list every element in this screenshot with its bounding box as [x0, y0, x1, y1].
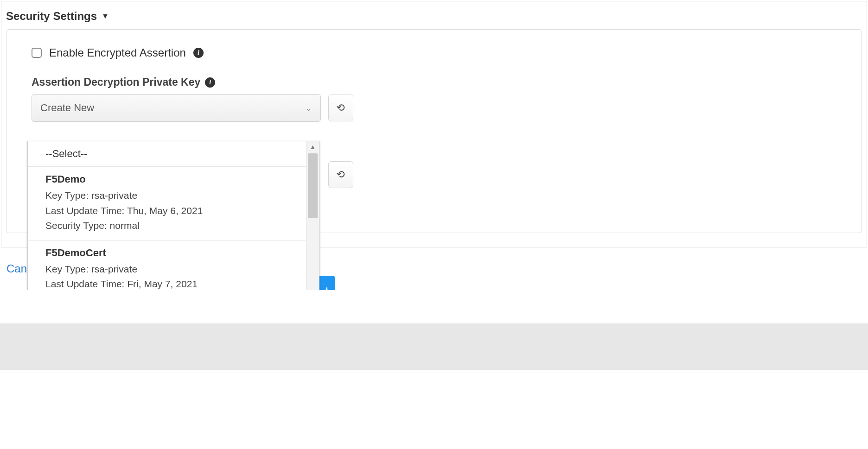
assertion-key-select-row: Create New ⌄ ⟳: [32, 94, 836, 122]
meta-value: rsa-private: [91, 264, 137, 274]
dropdown-option-meta: Key Type: rsa-private Last Update Time: …: [45, 262, 301, 290]
enable-encrypted-assertion-label: Enable Encrypted Assertion: [49, 46, 186, 59]
meta-value: Fri, May 7, 2021: [127, 278, 198, 289]
refresh-button[interactable]: ⟳: [328, 161, 353, 188]
meta-value: normal: [110, 220, 140, 231]
enable-encrypted-assertion-checkbox[interactable]: [32, 48, 42, 58]
meta-label: Key Type:: [45, 190, 89, 201]
assertion-key-label-row: Assertion Decryption Private Key i: [32, 76, 836, 89]
refresh-button[interactable]: ⟳: [328, 95, 353, 121]
section-header[interactable]: Security Settings ▼: [6, 10, 862, 23]
scroll-thumb[interactable]: [308, 153, 318, 218]
meta-label: Security Type:: [45, 220, 107, 231]
meta-value: rsa-private: [91, 190, 137, 201]
assertion-key-dropdown: --Select-- F5Demo Key Type: rsa-private …: [27, 141, 319, 290]
refresh-icon: ⟳: [337, 102, 345, 114]
security-settings-container: Security Settings ▼ Enable Encrypted Ass…: [1, 1, 867, 247]
assertion-key-select[interactable]: Create New ⌄: [32, 94, 321, 122]
chevron-down-icon: ⌄: [305, 103, 312, 113]
dropdown-option-f5demo[interactable]: F5Demo Key Type: rsa-private Last Update…: [28, 167, 319, 240]
dropdown-option-title: F5DemoCert: [45, 247, 301, 259]
dropdown-placeholder-text: --Select--: [45, 148, 87, 159]
info-icon[interactable]: i: [205, 77, 215, 88]
info-icon[interactable]: i: [193, 48, 204, 58]
meta-label: Key Type:: [45, 264, 89, 274]
assertion-key-label: Assertion Decryption Private Key: [32, 76, 200, 89]
dropdown-option-f5democert[interactable]: F5DemoCert Key Type: rsa-private Last Up…: [28, 240, 319, 290]
enable-encrypted-assertion-row: Enable Encrypted Assertion i: [32, 46, 836, 59]
dropdown-placeholder-option[interactable]: --Select--: [28, 141, 319, 167]
dropdown-scrollbar[interactable]: ▲ ▼: [306, 141, 319, 290]
assertion-key-select-value: Create New: [40, 102, 94, 114]
dropdown-option-meta: Key Type: rsa-private Last Update Time: …: [45, 188, 301, 234]
assertion-key-field: Assertion Decryption Private Key i Creat…: [32, 76, 836, 122]
meta-label: Last Update Time:: [45, 278, 124, 289]
section-title: Security Settings: [6, 10, 97, 23]
cancel-link[interactable]: Can: [6, 262, 27, 275]
scroll-up-icon[interactable]: ▲: [306, 141, 319, 152]
caret-down-icon: ▼: [102, 12, 109, 20]
dropdown-scroll-area: --Select-- F5Demo Key Type: rsa-private …: [28, 141, 319, 290]
meta-label: Last Update Time:: [45, 205, 124, 216]
meta-value: Thu, May 6, 2021: [127, 205, 203, 216]
refresh-icon: ⟳: [337, 169, 345, 181]
next-button-label-fragment: t: [326, 285, 329, 290]
dropdown-option-title: F5Demo: [45, 173, 301, 185]
